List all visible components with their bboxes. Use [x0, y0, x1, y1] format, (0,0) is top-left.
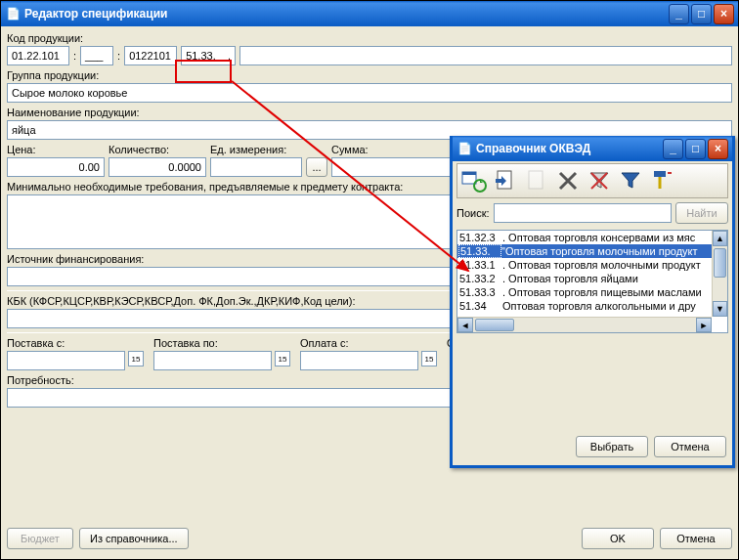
cancel-button[interactable]: Отмена	[660, 528, 732, 549]
list-item[interactable]: 51.34 Оптовая торговля алкогольными и др…	[457, 299, 727, 313]
list-item-text: . Оптовая торговля пищевыми маслами	[502, 286, 702, 298]
scroll-right-icon[interactable]: ►	[696, 318, 712, 332]
list-item[interactable]: 51.33.1. Оптовая торговля молочными прод…	[457, 258, 727, 272]
app-icon: 📄	[5, 6, 21, 22]
list-item[interactable]: 51.33."Оптовая торговля молочными продук…	[457, 244, 727, 258]
price-field[interactable]: 0.00	[7, 157, 105, 177]
app-icon: 📄	[456, 141, 472, 156]
list-item-text: . Оптовая торговля молочными продукт	[502, 259, 701, 271]
toolbar-tool-icon[interactable]	[647, 166, 676, 195]
code-seg2[interactable]: ___	[80, 46, 113, 65]
code-rest[interactable]	[239, 46, 732, 65]
label-quantity: Количество:	[109, 144, 206, 155]
scroll-thumb[interactable]	[714, 248, 726, 278]
find-button[interactable]: Найти	[675, 202, 728, 224]
label-supply-to: Поставка по:	[153, 337, 290, 349]
scroll-down-icon[interactable]: ▼	[713, 301, 727, 317]
search-input[interactable]	[494, 203, 672, 223]
unit-picker-button[interactable]: ...	[306, 157, 327, 177]
label-search: Поиск:	[456, 207, 490, 219]
budget-button[interactable]: Бюджет	[7, 528, 73, 549]
quantity-field[interactable]: 0.0000	[109, 157, 206, 177]
minimize-button[interactable]: _	[663, 139, 683, 159]
okved-title: Справочник ОКВЭД	[476, 142, 663, 155]
list-item[interactable]: 51.33.2. Оптовая торговля яйцами	[457, 272, 727, 285]
toolbar-new-icon[interactable]	[522, 166, 551, 195]
toolbar-clear-filter-icon[interactable]	[585, 166, 614, 195]
scroll-thumb[interactable]	[475, 319, 514, 331]
label-pay-from: Оплата с:	[300, 337, 437, 349]
list-item-code: 51.33.1	[459, 259, 502, 271]
svg-rect-4	[529, 171, 543, 189]
supply-from-field[interactable]	[7, 351, 125, 370]
list-item-text: . Оптовая торговля консервами из мяс	[502, 232, 695, 243]
main-titlebar: 📄 Редактор спецификации _ □ ×	[1, 1, 738, 26]
svg-rect-5	[654, 171, 666, 177]
label-product-name: Наименование продукции:	[7, 107, 732, 118]
okved-dialog: 📄 Справочник ОКВЭД _ □ ×	[450, 136, 735, 468]
scroll-up-icon[interactable]: ▲	[713, 231, 727, 246]
maximize-button[interactable]: □	[691, 4, 712, 24]
list-item-code: 51.33.3	[459, 286, 502, 298]
label-product-code: Код продукции:	[7, 32, 732, 44]
code-seg3[interactable]: 0122101	[124, 46, 177, 65]
okved-toolbar	[456, 163, 728, 198]
pay-from-field[interactable]	[300, 351, 418, 370]
list-item[interactable]: 51.33.3. Оптовая торговля пищевыми масла…	[457, 285, 727, 299]
okved-list[interactable]: 51.32.3. Оптовая торговля консервами из …	[456, 230, 728, 333]
list-item-code: 51.34	[459, 300, 502, 312]
scroll-left-icon[interactable]: ◄	[457, 318, 473, 332]
list-item-text: "Оптовая торговля молочными продукт	[501, 245, 698, 257]
list-item-code: 51.32.3	[459, 232, 502, 243]
list-item-code: 51.33.	[458, 244, 501, 258]
toolbar-filter-icon[interactable]	[616, 166, 645, 195]
label-product-group: Группа продукции:	[7, 69, 732, 81]
unit-field[interactable]	[210, 157, 302, 177]
vertical-scrollbar[interactable]: ▲ ▼	[712, 231, 727, 317]
from-reference-button[interactable]: Из справочника...	[79, 528, 189, 549]
label-unit: Ед. измерения:	[210, 144, 327, 155]
minimize-button[interactable]: _	[669, 4, 689, 24]
calendar-icon[interactable]: 15	[128, 351, 144, 366]
calendar-icon[interactable]: 15	[421, 351, 437, 366]
list-item-code: 51.33.2	[459, 273, 502, 284]
okved-titlebar: 📄 Справочник ОКВЭД _ □ ×	[453, 136, 732, 161]
code-seg1[interactable]: 01.22.101	[7, 46, 69, 65]
toolbar-delete-icon[interactable]	[553, 166, 583, 195]
maximize-button[interactable]: □	[685, 139, 706, 159]
close-button[interactable]: ×	[708, 139, 728, 159]
window-title: Редактор спецификации	[24, 7, 669, 21]
label-supply-from: Поставка с:	[7, 337, 144, 349]
calendar-icon[interactable]: 15	[275, 351, 290, 366]
close-button[interactable]: ×	[714, 4, 734, 24]
ok-button[interactable]: OK	[582, 528, 654, 549]
supply-to-field[interactable]	[153, 351, 272, 370]
toolbar-calendar-refresh-icon[interactable]	[459, 166, 489, 195]
okved-cancel-button[interactable]: Отмена	[654, 436, 726, 457]
select-button[interactable]: Выбрать	[576, 436, 648, 457]
list-item-text: Оптовая торговля алкогольными и дру	[502, 300, 696, 312]
toolbar-document-arrow-icon[interactable]	[491, 166, 520, 195]
horizontal-scrollbar[interactable]: ◄ ►	[457, 317, 712, 332]
code-seg4[interactable]: 51.33.__.	[181, 46, 236, 65]
product-group-field[interactable]: Сырое молоко коровье	[7, 83, 732, 103]
list-item[interactable]: 51.32.3. Оптовая торговля консервами из …	[457, 231, 727, 244]
label-price: Цена:	[7, 144, 105, 155]
list-item-text: . Оптовая торговля яйцами	[502, 273, 638, 284]
svg-rect-1	[462, 172, 476, 175]
